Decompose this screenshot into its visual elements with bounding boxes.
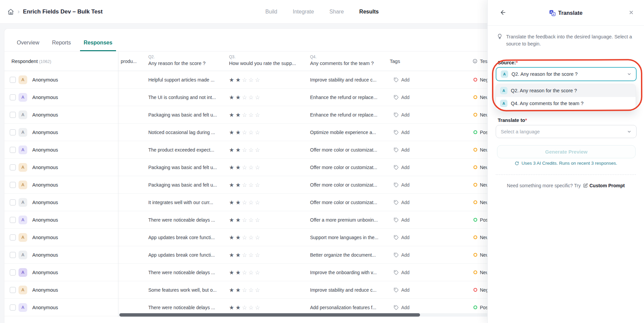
row-checkbox[interactable] <box>10 217 16 223</box>
required-asterisk: * <box>516 60 518 65</box>
star-filled-icon: ★ <box>235 164 240 170</box>
add-tag-button[interactable]: Add <box>393 200 410 205</box>
tab[interactable]: Reports <box>48 40 75 51</box>
q4-answer: Improve stability and reduce c... <box>310 77 387 83</box>
avatar: A <box>18 303 27 312</box>
star-empty-icon: ☆ <box>249 147 254 153</box>
question-type-badge: A <box>500 100 507 107</box>
source-option[interactable]: A Q2. Any reason for the score ? <box>496 84 636 97</box>
respondent-count: (1062) <box>39 59 51 64</box>
row-checkbox[interactable] <box>10 252 16 258</box>
star-filled-icon: ★ <box>235 234 240 240</box>
star-empty-icon: ☆ <box>242 217 247 223</box>
source-select[interactable]: A Q2. Any reason for the score ? <box>496 67 637 81</box>
add-tag-button[interactable]: Add <box>393 112 410 118</box>
source-selected-value: Q2. Any reason for the score ? <box>512 71 623 77</box>
q4-answer: Offer a more premium unboxin... <box>310 217 387 223</box>
row-checkbox[interactable] <box>10 164 16 170</box>
row-checkbox[interactable] <box>10 199 16 205</box>
star-filled-icon: ★ <box>235 112 240 118</box>
add-tag-button[interactable]: Add <box>393 95 410 100</box>
add-tag-button[interactable]: Add <box>393 165 410 170</box>
credits-note: Uses 3 AI Credits. Runs on recent 3 resp… <box>488 161 644 166</box>
q3-rating-stars: ★★☆☆☆ <box>229 147 260 153</box>
star-filled-icon: ★ <box>235 199 240 205</box>
tag-icon <box>393 287 399 293</box>
star-filled-icon: ★ <box>235 77 240 83</box>
add-tag-button[interactable]: Add <box>393 252 410 258</box>
q4-answer: Offer more color or customizat... <box>310 182 387 188</box>
respondent-name: Anonymous <box>32 182 58 188</box>
add-tag-button[interactable]: Add <box>393 305 410 310</box>
tab[interactable]: Responses <box>80 40 116 51</box>
add-tag-label: Add <box>401 77 410 83</box>
add-tag-button[interactable]: Add <box>393 217 410 223</box>
row-checkbox[interactable] <box>10 234 16 240</box>
row-checkbox[interactable] <box>10 77 16 83</box>
add-tag-button[interactable]: Add <box>393 287 410 293</box>
horizontal-scrollbar-thumb[interactable] <box>119 313 420 317</box>
row-checkbox[interactable] <box>10 112 16 118</box>
q4-answer: Enhance the refund or replace... <box>310 112 387 118</box>
star-empty-icon: ☆ <box>255 252 260 258</box>
tag-icon <box>393 77 399 83</box>
respondent-name: Anonymous <box>32 130 58 135</box>
row-checkbox[interactable] <box>10 269 16 276</box>
q3-column-header: Q3. How would you rate the supp... <box>229 55 306 66</box>
tags-column-header: Tags <box>390 59 400 64</box>
custom-prompt-link[interactable]: Custom Prompt <box>583 183 625 188</box>
avatar: A <box>18 286 27 294</box>
avatar: A <box>18 75 27 84</box>
avatar: A <box>18 251 27 259</box>
generate-preview-button[interactable]: Generate Preview <box>497 145 636 158</box>
q4-answer: Enhance the refund or replace... <box>310 95 387 100</box>
panel-title: A Translate <box>488 0 644 26</box>
sentiment-icon <box>473 130 477 134</box>
row-checkbox[interactable] <box>10 147 16 153</box>
row-checkbox[interactable] <box>10 304 16 311</box>
source-option[interactable]: A Q4. Any comments for the team ? <box>496 97 636 110</box>
q2-answer: The UI is confusing and not int... <box>148 95 226 100</box>
q4-answer: Offer more color or customizat... <box>310 200 387 205</box>
avatar: A <box>18 146 27 154</box>
home-icon[interactable] <box>7 8 14 15</box>
add-tag-button[interactable]: Add <box>393 130 410 135</box>
q3-rating-stars: ★★☆☆☆ <box>229 269 260 275</box>
add-tag-button[interactable]: Add <box>393 147 410 153</box>
star-filled-icon: ★ <box>229 304 234 310</box>
star-empty-icon: ☆ <box>242 112 247 118</box>
respondent-name: Anonymous <box>32 77 58 83</box>
star-empty-icon: ☆ <box>255 304 260 310</box>
edit-icon <box>583 183 588 188</box>
tag-icon <box>393 235 399 240</box>
language-select[interactable]: Select a language <box>496 125 637 138</box>
row-checkbox[interactable] <box>10 129 16 135</box>
footer-text: Need something more specific? Try <box>507 183 580 188</box>
star-empty-icon: ☆ <box>242 182 247 188</box>
row-checkbox[interactable] <box>10 94 16 100</box>
star-filled-icon: ★ <box>229 112 234 118</box>
tab[interactable]: Overview <box>13 40 43 51</box>
star-filled-icon: ★ <box>235 252 240 258</box>
star-empty-icon: ☆ <box>255 164 260 170</box>
respondent-name: Anonymous <box>32 305 58 310</box>
add-tag-button[interactable]: Add <box>393 270 410 275</box>
close-icon[interactable] <box>629 10 634 15</box>
add-tag-label: Add <box>401 305 410 310</box>
q2-answer: The product exceeded expect... <box>148 147 226 153</box>
sentiment-icon <box>473 148 477 152</box>
tip-text: Translate the feedback into the desired … <box>506 33 635 47</box>
add-tag-button[interactable]: Add <box>393 77 410 83</box>
row-checkbox[interactable] <box>10 182 16 188</box>
q4-answer: Better organize the document... <box>310 252 387 258</box>
star-empty-icon: ☆ <box>242 164 247 170</box>
add-tag-button[interactable]: Add <box>393 182 410 188</box>
q4-answer: Improve the onboarding with v... <box>310 270 387 275</box>
star-filled-icon: ★ <box>229 129 234 135</box>
nav-item[interactable]: Results <box>359 9 379 15</box>
nav-item[interactable]: Build <box>265 9 277 15</box>
nav-item[interactable]: Integrate <box>293 9 314 15</box>
add-tag-button[interactable]: Add <box>393 235 410 240</box>
nav-item[interactable]: Share <box>330 9 344 15</box>
row-checkbox[interactable] <box>10 287 16 293</box>
